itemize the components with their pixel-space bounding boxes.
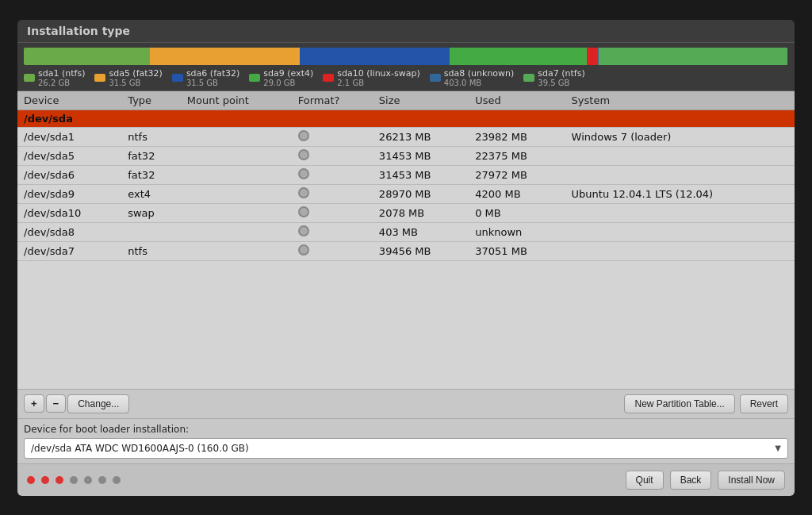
cell-size: 39456 MB bbox=[373, 241, 469, 260]
format-radio[interactable] bbox=[298, 244, 309, 256]
table-row[interactable]: /dev/sda5 fat32 31453 MB 22375 MB bbox=[17, 146, 795, 165]
legend-partition-size: 31.5 GB bbox=[186, 79, 239, 87]
progress-dot bbox=[41, 476, 49, 484]
cell-type bbox=[121, 222, 181, 241]
partition-bar-section: sda1 (ntfs) 26.2 GB sda5 (fat32) 31.5 GB… bbox=[17, 43, 795, 91]
table-row[interactable]: /dev/sda9 ext4 28970 MB 4200 MB Ubuntu 1… bbox=[17, 184, 795, 203]
cell-system: Windows 7 (loader) bbox=[565, 127, 795, 146]
legend-text: sda5 (fat32) 31.5 GB bbox=[109, 68, 162, 87]
cell-type: ntfs bbox=[121, 241, 181, 260]
legend-color bbox=[94, 74, 105, 82]
table-row[interactable]: /dev/sda7 ntfs 39456 MB 37051 MB bbox=[17, 241, 795, 260]
revert-button[interactable]: Revert bbox=[740, 394, 788, 413]
back-button[interactable]: Back bbox=[670, 471, 712, 490]
legend-partition-name: sda7 (ntfs) bbox=[538, 68, 584, 79]
format-radio[interactable] bbox=[298, 168, 309, 179]
cell-device: /dev/sda7 bbox=[17, 241, 121, 260]
table-row[interactable]: /dev/sda1 ntfs 26213 MB 23982 MB Windows… bbox=[17, 127, 795, 146]
main-window: Installation type sda1 (ntfs) 26.2 GB sd… bbox=[17, 20, 795, 496]
cell-device: /dev/sda5 bbox=[17, 146, 121, 165]
col-device: Device bbox=[17, 91, 121, 110]
main-content: Device Type Mount point Format? Size Use… bbox=[17, 91, 795, 463]
cell-used: 37051 MB bbox=[469, 241, 565, 260]
legend-partition-size: 403.0 MB bbox=[444, 79, 515, 87]
progress-dot bbox=[56, 476, 63, 484]
progress-dot bbox=[27, 476, 35, 484]
remove-partition-button[interactable]: − bbox=[46, 394, 67, 413]
partition-bar bbox=[24, 48, 788, 65]
cell-device: /dev/sda8 bbox=[17, 222, 121, 241]
cell-size: 26213 MB bbox=[373, 127, 469, 146]
cell-used: 4200 MB bbox=[469, 184, 565, 203]
table-row[interactable]: /dev/sda10 swap 2078 MB 0 MB bbox=[17, 203, 795, 222]
format-radio[interactable] bbox=[298, 187, 309, 198]
col-size: Size bbox=[373, 91, 469, 110]
format-radio[interactable] bbox=[298, 149, 309, 160]
legend-partition-name: sda8 (unknown) bbox=[444, 68, 515, 79]
legend-text: sda8 (unknown) 403.0 MB bbox=[444, 68, 515, 87]
boot-loader-select-row: /dev/sda ATA WDC WD1600AAJS-0 (160.0 GB)… bbox=[24, 438, 788, 459]
legend-item: sda6 (fat32) 31.5 GB bbox=[172, 68, 239, 87]
cell-device: /dev/sda9 bbox=[17, 184, 121, 203]
legend-text: sda9 (ext4) 29.0 GB bbox=[263, 68, 313, 87]
cell-system bbox=[565, 203, 795, 222]
legend-partition-size: 26.2 GB bbox=[38, 79, 85, 87]
cell-device: /dev/sda1 bbox=[17, 127, 121, 146]
cell-mount bbox=[181, 222, 292, 241]
cell-format bbox=[292, 146, 373, 165]
boot-loader-value: /dev/sda ATA WDC WD1600AAJS-0 (160.0 GB) bbox=[31, 443, 249, 454]
legend-partition-name: sda6 (fat32) bbox=[186, 68, 239, 79]
cell-size: 28970 MB bbox=[373, 184, 469, 203]
col-used: Used bbox=[469, 91, 565, 110]
cell-used: 23982 MB bbox=[469, 127, 565, 146]
legend-partition-name: sda9 (ext4) bbox=[263, 68, 313, 79]
add-partition-button[interactable]: + bbox=[24, 394, 44, 413]
col-format: Format? bbox=[292, 91, 373, 110]
cell-system bbox=[565, 241, 795, 260]
title-bar: Installation type bbox=[17, 20, 795, 43]
quit-button[interactable]: Quit bbox=[626, 471, 664, 490]
legend-item: sda5 (fat32) 31.5 GB bbox=[94, 68, 162, 87]
table-row[interactable]: /dev/sda8 403 MB unknown bbox=[17, 222, 795, 241]
dev-sda-label: /dev/sda bbox=[17, 110, 795, 127]
legend-color bbox=[249, 74, 260, 82]
cell-type: ntfs bbox=[121, 127, 181, 146]
cell-used: unknown bbox=[469, 222, 565, 241]
bottom-navigation: Quit Back Install Now bbox=[17, 463, 795, 496]
legend-item: sda9 (ext4) 29.0 GB bbox=[249, 68, 313, 87]
boot-loader-section: Device for boot loader installation: /de… bbox=[17, 418, 795, 463]
cell-format bbox=[292, 222, 373, 241]
partition-table-container: Device Type Mount point Format? Size Use… bbox=[17, 91, 795, 389]
legend-item: sda10 (linux-swap) 2.1 GB bbox=[323, 68, 420, 87]
install-now-button[interactable]: Install Now bbox=[718, 471, 785, 490]
progress-dot bbox=[113, 476, 121, 484]
legend-item: sda8 (unknown) 403.0 MB bbox=[430, 68, 515, 87]
cell-device: /dev/sda6 bbox=[17, 165, 121, 184]
format-radio[interactable] bbox=[298, 225, 309, 236]
cell-size: 2078 MB bbox=[373, 203, 469, 222]
cell-system: Ubuntu 12.04.1 LTS (12.04) bbox=[565, 184, 795, 203]
boot-loader-dropdown[interactable]: /dev/sda ATA WDC WD1600AAJS-0 (160.0 GB)… bbox=[24, 438, 788, 459]
cell-used: 0 MB bbox=[469, 203, 565, 222]
new-partition-table-button[interactable]: New Partition Table... bbox=[624, 394, 734, 413]
partition-bar-segment bbox=[599, 48, 787, 65]
change-partition-button[interactable]: Change... bbox=[67, 394, 129, 413]
cell-used: 27972 MB bbox=[469, 165, 565, 184]
format-radio[interactable] bbox=[298, 130, 309, 141]
boot-loader-label: Device for boot loader installation: bbox=[24, 424, 788, 435]
format-radio[interactable] bbox=[298, 206, 309, 217]
dev-sda-row[interactable]: /dev/sda bbox=[17, 110, 795, 127]
legend-partition-size: 2.1 GB bbox=[337, 79, 420, 87]
cell-system bbox=[565, 222, 795, 241]
cell-system bbox=[565, 165, 795, 184]
cell-used: 22375 MB bbox=[469, 146, 565, 165]
table-row[interactable]: /dev/sda6 fat32 31453 MB 27972 MB bbox=[17, 165, 795, 184]
legend-partition-size: 31.5 GB bbox=[109, 79, 162, 87]
legend-text: sda10 (linux-swap) 2.1 GB bbox=[337, 68, 420, 87]
legend-item: sda7 (ntfs) 39.5 GB bbox=[523, 68, 584, 87]
legend-partition-size: 29.0 GB bbox=[263, 79, 313, 87]
cell-system bbox=[565, 146, 795, 165]
partition-bar-segment bbox=[24, 48, 150, 65]
partition-bar-segment bbox=[300, 48, 450, 65]
legend-partition-name: sda1 (ntfs) bbox=[38, 68, 85, 79]
